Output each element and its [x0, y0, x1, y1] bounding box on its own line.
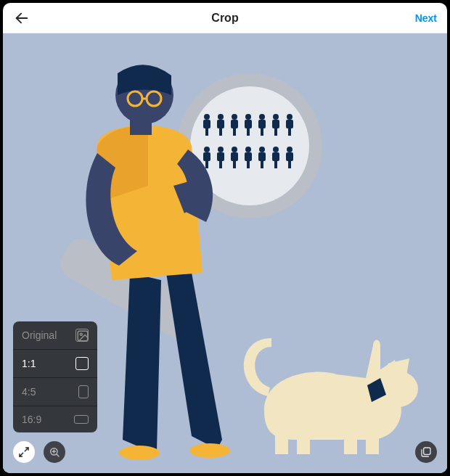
svg-rect-19 — [261, 128, 263, 136]
svg-rect-27 — [203, 152, 210, 161]
svg-rect-43 — [274, 161, 277, 168]
svg-rect-9 — [217, 120, 224, 128]
svg-rect-33 — [231, 152, 238, 161]
arrow-left-icon — [14, 10, 30, 26]
svg-point-32 — [232, 147, 237, 152]
svg-rect-67 — [424, 448, 430, 454]
svg-rect-42 — [272, 152, 279, 161]
back-button[interactable] — [12, 8, 32, 28]
svg-rect-31 — [219, 161, 222, 168]
svg-rect-6 — [203, 120, 210, 128]
svg-rect-45 — [286, 152, 293, 161]
svg-rect-54 — [275, 432, 288, 454]
svg-point-35 — [245, 147, 251, 152]
ratio-option-1-1[interactable]: 1:1 — [13, 349, 97, 377]
svg-rect-25 — [288, 128, 291, 136]
svg-rect-24 — [286, 120, 293, 128]
svg-point-41 — [273, 147, 279, 152]
ratio-label: Original — [22, 329, 57, 341]
svg-rect-37 — [247, 161, 250, 168]
ratio-label: 16:9 — [22, 414, 41, 425]
multi-select-button[interactable] — [415, 441, 437, 463]
stack-icon — [420, 446, 432, 458]
svg-rect-18 — [258, 120, 266, 128]
expand-icon — [18, 446, 30, 458]
svg-rect-55 — [297, 434, 310, 454]
crop-canvas[interactable]: Original 1:1 4:5 16:9 — [3, 33, 447, 473]
svg-point-47 — [119, 446, 160, 460]
svg-rect-12 — [231, 120, 238, 128]
next-button[interactable]: Next — [415, 12, 437, 24]
dialog-title: Crop — [211, 12, 238, 25]
dialog-header: Crop Next — [3, 3, 447, 33]
ratio-label: 1:1 — [22, 358, 36, 369]
ratio-option-16-9[interactable]: 16:9 — [13, 406, 97, 432]
svg-rect-21 — [272, 120, 279, 128]
ratio-option-original[interactable]: Original — [13, 321, 97, 349]
svg-point-14 — [245, 114, 251, 120]
aspect-ratio-menu: Original 1:1 4:5 16:9 — [13, 321, 97, 432]
svg-point-8 — [218, 114, 224, 120]
svg-rect-15 — [245, 120, 252, 128]
svg-rect-39 — [258, 152, 266, 161]
svg-point-38 — [259, 147, 265, 152]
svg-point-26 — [204, 147, 210, 152]
ratio-option-4-5[interactable]: 4:5 — [13, 377, 97, 406]
svg-point-60 — [80, 333, 82, 335]
svg-point-11 — [232, 114, 237, 120]
svg-point-20 — [273, 114, 279, 120]
svg-rect-57 — [366, 432, 379, 454]
zoom-in-icon — [49, 446, 60, 458]
svg-point-48 — [189, 443, 230, 458]
image-icon — [75, 329, 89, 342]
svg-line-64 — [57, 454, 59, 456]
svg-rect-22 — [274, 128, 277, 136]
svg-rect-28 — [205, 161, 208, 168]
svg-rect-40 — [261, 161, 263, 168]
zoom-button[interactable] — [44, 441, 65, 463]
svg-rect-10 — [219, 128, 222, 136]
crop-dialog: Crop Next — [3, 3, 447, 473]
svg-rect-36 — [245, 152, 252, 161]
svg-point-17 — [259, 114, 265, 120]
svg-rect-7 — [205, 128, 208, 136]
portrait-rect-icon — [78, 385, 89, 398]
svg-rect-13 — [233, 128, 236, 136]
square-icon — [75, 357, 89, 370]
svg-rect-34 — [233, 161, 236, 168]
svg-rect-30 — [217, 152, 224, 161]
svg-rect-46 — [288, 161, 291, 168]
svg-rect-56 — [344, 434, 357, 454]
svg-point-44 — [287, 147, 292, 152]
svg-point-5 — [204, 114, 210, 120]
landscape-rect-icon — [74, 415, 89, 424]
ratio-label: 4:5 — [22, 386, 36, 398]
svg-point-23 — [287, 114, 292, 120]
svg-point-29 — [218, 147, 224, 152]
svg-rect-16 — [247, 128, 250, 136]
expand-crop-button[interactable] — [13, 441, 35, 463]
canvas-tool-row — [13, 441, 65, 463]
